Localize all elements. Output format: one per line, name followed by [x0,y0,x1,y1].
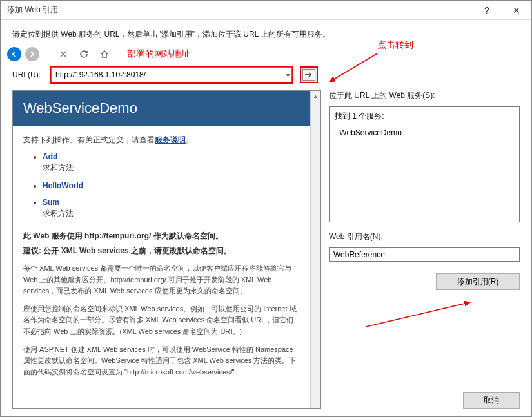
operation-link-helloworld[interactable]: HelloWorld [43,181,83,190]
recommendation-line: 建议: 公开 XML Web services 之前，请更改默认命名空间。 [23,246,300,257]
add-web-reference-dialog: 添加 Web 引用 ? ✕ 请定位到提供 Web 服务的 URL，然后单击"添加… [0,0,532,417]
stop-button[interactable] [55,46,72,63]
home-button[interactable] [96,46,113,63]
arrow-left-icon [10,50,18,58]
cancel-button[interactable]: 取消 [463,392,520,409]
titlebar-buttons: ? ✕ [472,1,531,20]
forward-button[interactable] [25,47,39,61]
back-button[interactable] [7,47,21,61]
home-icon [100,50,109,59]
operation-item: HelloWorld [43,181,300,190]
refname-label: Web 引用名(N): [329,231,520,242]
service-list-item[interactable]: - WebServiceDemo [335,128,514,137]
refresh-icon [79,50,88,59]
annotation-deployed-site: 部署的网站地址 [127,48,190,60]
main-area: WebServiceDemo 支持下列操作。有关正式定义，请查看服务说明。 Ad… [1,90,531,416]
service-description-link[interactable]: 服务说明 [155,135,186,144]
cancel-button-row: 取消 [329,392,520,409]
services-label: 位于此 URL 上的 Web 服务(S): [329,90,520,101]
add-button-row: 添加引用(R) [329,273,520,290]
browser-toolbar: 部署的网站地址 [1,44,531,64]
services-found-text: 找到 1 个服务: [335,111,514,122]
url-dropdown-icon[interactable]: ▾ [286,72,290,79]
go-button-highlight [300,66,318,83]
desc-prefix: 支持下列操作。有关正式定义，请查看 [23,135,155,144]
url-row: URL(U): ▾ [1,64,531,90]
operation-item: Sum 求积方法 [43,198,300,219]
scroll-up-icon[interactable]: ▴ [311,91,320,101]
close-button[interactable]: ✕ [502,1,531,20]
stop-icon [59,50,68,59]
webservice-description: 支持下列操作。有关正式定义，请查看服务说明。 [23,135,300,146]
services-listbox[interactable]: 找到 1 个服务: - WebServiceDemo [329,106,520,222]
add-reference-button[interactable]: 添加引用(R) [436,273,520,290]
go-button[interactable] [302,69,315,81]
operation-desc: 求积方法 [43,208,300,219]
arrow-right-icon [28,50,36,58]
webservice-body: 支持下列操作。有关正式定义，请查看服务说明。 Add 求和方法 HelloWor… [13,126,310,393]
namespace-para-1: 每个 XML Web services 都需要一个唯一的命名空间，以便客户端应用… [23,263,300,297]
refresh-button[interactable] [75,46,92,63]
instruction-text: 请定位到提供 Web 服务的 URL，然后单击"添加引用"，添加位于该 URL … [1,20,531,44]
url-input[interactable] [51,67,292,82]
right-pane: 位于此 URL 上的 Web 服务(S): 找到 1 个服务: - WebSer… [329,90,520,409]
annotation-click-go: 点击转到 [377,39,413,51]
url-label: URL(U): [12,70,43,79]
go-arrow-icon [304,72,313,78]
browser-pane: WebServiceDemo 支持下列操作。有关正式定义，请查看服务说明。 Ad… [12,90,321,409]
namespace-para-3: 使用 ASP.NET 创建 XML Web services 时，可以使用 We… [23,344,300,378]
url-input-highlight: ▾ [50,66,293,84]
operation-link-sum[interactable]: Sum [43,198,59,207]
desc-suffix: 。 [186,135,193,144]
refname-input[interactable] [329,247,520,262]
operation-link-add[interactable]: Add [43,152,57,161]
browser-content[interactable]: WebServiceDemo 支持下列操作。有关正式定义，请查看服务说明。 Ad… [13,91,310,408]
window-title: 添加 Web 引用 [7,5,58,15]
webservice-title: WebServiceDemo [13,91,310,126]
operation-desc: 求和方法 [43,162,300,173]
operations-list: Add 求和方法 HelloWorld Sum 求积方法 [23,152,300,219]
namespace-line: 此 Web 服务使用 http://tempuri.org/ 作为默认命名空间。 [23,231,300,242]
scrollbar[interactable]: ▴ [310,91,320,408]
namespace-para-2: 应使用您控制的命名空间来标识 XML Web services。例如，可以使用公… [23,304,300,338]
help-icon: ? [484,5,489,15]
help-button[interactable]: ? [472,1,502,20]
close-icon: ✕ [513,5,520,15]
titlebar: 添加 Web 引用 ? ✕ [1,1,531,20]
operation-item: Add 求和方法 [43,152,300,173]
